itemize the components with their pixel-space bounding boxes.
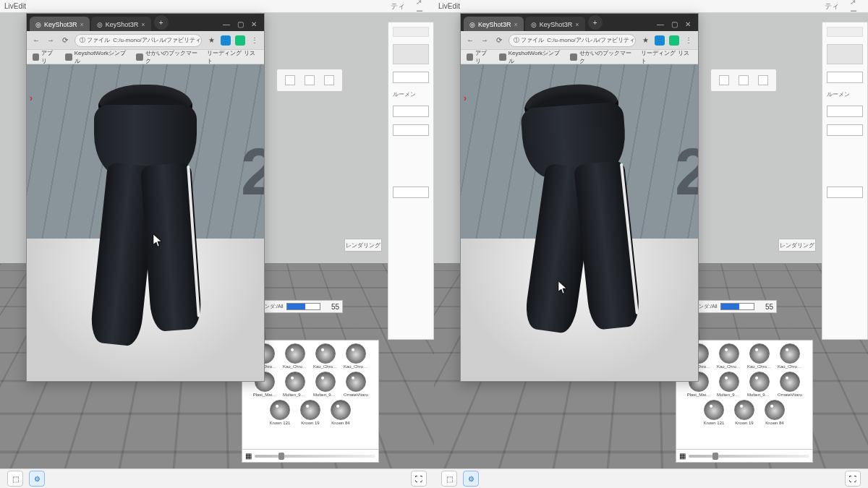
close-icon[interactable]: ✕ xyxy=(251,20,257,28)
tab-close-icon[interactable]: × xyxy=(575,21,579,28)
material-item[interactable]: Krown 84 xyxy=(328,400,353,425)
browser-content[interactable]: 2 › xyxy=(27,64,264,381)
browser-tab[interactable]: ◎ KeyShot3R × xyxy=(464,17,524,31)
slider-thumb[interactable] xyxy=(712,453,718,460)
nav-reload-icon[interactable]: ⟳ xyxy=(494,35,504,46)
bookmark-item[interactable]: KeyshotWorkシンプル xyxy=(65,49,129,65)
product-pants[interactable] xyxy=(84,85,207,352)
tool-icon-b[interactable]: ⚙ xyxy=(463,471,479,487)
nav-forward-icon[interactable]: → xyxy=(46,35,56,46)
nav-reload-icon[interactable]: ⟳ xyxy=(60,35,70,46)
minimize-icon[interactable]: — xyxy=(223,20,230,28)
mini-btn[interactable] xyxy=(739,75,749,85)
new-tab-button[interactable]: + xyxy=(588,15,603,30)
sp-row[interactable] xyxy=(827,27,863,37)
mini-btn[interactable] xyxy=(324,75,334,85)
browser-window[interactable]: ◎ KeyShot3R × ◎ KeyShot3R × + — ▢ ✕ ← xyxy=(460,13,699,382)
sp-input[interactable] xyxy=(393,106,429,117)
product-pants[interactable] xyxy=(509,81,650,356)
material-item[interactable]: Krown 19 xyxy=(732,400,757,425)
sp-input[interactable] xyxy=(393,187,429,198)
extension-icon[interactable] xyxy=(221,35,231,46)
material-item[interactable]: Kao_Chromi… xyxy=(344,343,368,369)
extension-icon[interactable] xyxy=(235,35,245,46)
extension-icon[interactable] xyxy=(655,35,665,46)
material-item[interactable]: OrnateVitaro xyxy=(344,372,368,397)
host-side-panel[interactable]: ルーメン xyxy=(822,22,868,340)
material-item[interactable]: Molten_999… xyxy=(717,372,741,397)
material-item[interactable]: Molten_999… xyxy=(283,372,307,397)
render-mini-panel[interactable] xyxy=(276,69,343,92)
browser-content[interactable]: 2 › xyxy=(461,64,698,381)
menu-icon[interactable]: ⋮ xyxy=(684,35,694,46)
sp-box[interactable] xyxy=(827,44,863,64)
mini-btn[interactable] xyxy=(719,75,729,85)
material-item[interactable]: Kao_Chromi… xyxy=(283,343,307,369)
tab-close-icon[interactable]: × xyxy=(80,21,84,28)
tab-close-icon[interactable]: × xyxy=(141,21,145,28)
material-item[interactable]: Kao_Chromi… xyxy=(747,343,772,369)
bookmark-item[interactable]: KeyshotWorkシンプル xyxy=(499,49,563,65)
mini-btn[interactable] xyxy=(285,75,295,85)
bookmark-item[interactable]: せかいのブックマーク xyxy=(570,49,634,65)
sp-input[interactable] xyxy=(393,72,429,83)
mini-btn[interactable] xyxy=(305,75,315,85)
bookmark-item[interactable]: アプリ xyxy=(467,49,492,65)
zoom-slider[interactable] xyxy=(255,455,375,458)
tab-close-icon[interactable]: × xyxy=(514,21,518,28)
mini-btn[interactable] xyxy=(758,75,768,85)
material-item[interactable]: Kao_Chromi… xyxy=(313,343,338,369)
browser-tab[interactable]: ◎ KeyShot3R × xyxy=(525,17,585,31)
tool-icon-crop[interactable]: ⛶ xyxy=(411,471,427,487)
tool-icon-crop[interactable]: ⛶ xyxy=(845,471,861,487)
host-side-panel[interactable]: ルーメン xyxy=(388,22,434,340)
grid-icon[interactable]: ▦ xyxy=(245,452,252,460)
nav-forward-icon[interactable]: → xyxy=(480,35,490,46)
star-icon[interactable]: ★ xyxy=(640,35,650,46)
render-button[interactable]: レンダリング xyxy=(778,239,816,252)
new-tab-button[interactable]: + xyxy=(154,15,169,30)
slider-thumb[interactable] xyxy=(278,453,284,460)
material-item[interactable]: Kao_Chromi… xyxy=(778,343,802,369)
grid-icon[interactable]: ▦ xyxy=(679,452,686,460)
browser-tab[interactable]: ◎ KeyShot3R × xyxy=(30,17,90,31)
maximize-icon[interactable]: ▢ xyxy=(671,20,678,28)
sp-input[interactable] xyxy=(827,187,863,198)
close-icon[interactable]: ✕ xyxy=(685,20,691,28)
browser-window[interactable]: ◎ KeyShot3R × ◎ KeyShot3R × + — ▢ ✕ ← xyxy=(26,13,265,382)
url-field[interactable]: ① ファイル C:/u-mono/アパレル/ファビリティ… xyxy=(509,34,636,47)
minimize-icon[interactable]: — xyxy=(657,20,664,28)
bookmark-item[interactable]: せかいのブックマーク xyxy=(136,49,200,65)
material-item[interactable]: Molten_999… xyxy=(313,372,338,397)
maximize-icon[interactable]: ▢ xyxy=(237,20,244,28)
material-item[interactable]: Molten_999… xyxy=(747,372,772,397)
render-button[interactable]: レンダリング xyxy=(344,239,382,252)
menu-icon[interactable]: ⋮ xyxy=(250,35,260,46)
bookmark-item[interactable]: リーディング リスト xyxy=(207,49,258,65)
material-item[interactable]: OrnateVitaro xyxy=(778,372,802,397)
sp-input[interactable] xyxy=(827,106,863,117)
tool-icon-a[interactable]: ⬚ xyxy=(7,471,23,487)
sp-input[interactable] xyxy=(827,72,863,83)
material-item[interactable]: Krown 121 xyxy=(702,400,726,425)
render-mini-panel[interactable] xyxy=(710,69,777,92)
sp-box[interactable] xyxy=(393,44,429,64)
star-icon[interactable]: ★ xyxy=(206,35,216,46)
tool-icon-a[interactable]: ⬚ xyxy=(441,471,457,487)
bookmark-item[interactable]: アプリ xyxy=(33,49,58,65)
material-item[interactable]: Kao_Chromi… xyxy=(717,343,741,369)
bookmark-item[interactable]: リーディング リスト xyxy=(641,49,692,65)
url-field[interactable]: ① ファイル C:/u-mono/アパレル/ファビリティ… xyxy=(75,34,202,47)
sp-input[interactable] xyxy=(827,124,863,136)
material-item[interactable]: Krown 121 xyxy=(268,400,292,425)
extension-icon[interactable] xyxy=(669,35,679,46)
zoom-slider[interactable] xyxy=(689,455,809,458)
nav-back-icon[interactable]: ← xyxy=(465,35,475,46)
material-item[interactable]: Krown 19 xyxy=(298,400,323,425)
tool-icon-b[interactable]: ⚙ xyxy=(29,471,45,487)
material-item[interactable]: Krown 84 xyxy=(762,400,787,425)
browser-tab[interactable]: ◎ KeyShot3R × xyxy=(91,17,151,31)
sp-row[interactable] xyxy=(393,27,429,37)
nav-back-icon[interactable]: ← xyxy=(31,35,41,46)
sp-input[interactable] xyxy=(393,124,429,136)
